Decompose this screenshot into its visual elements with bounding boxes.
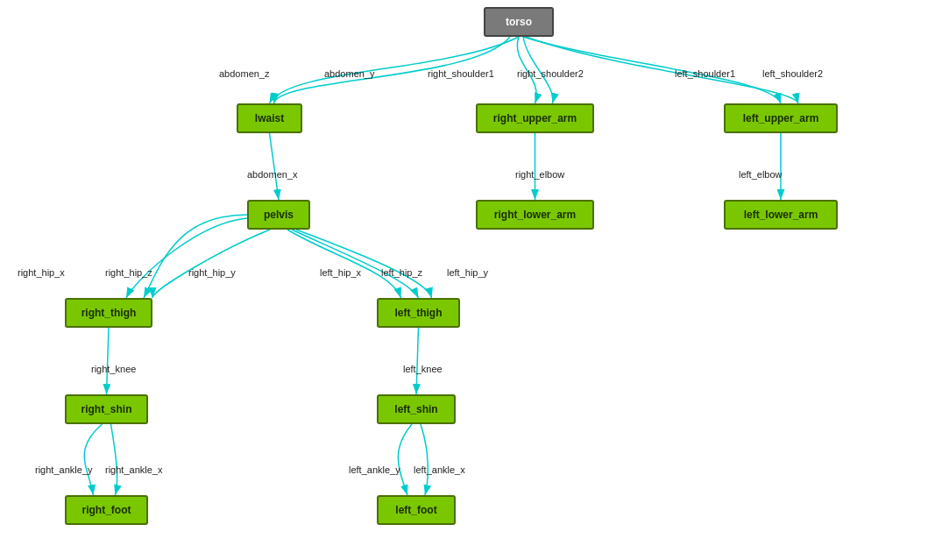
edge-label-5: left_shoulder2 (762, 68, 823, 79)
edge-label-10: right_hip_z (105, 267, 152, 278)
node-left_foot: left_foot (377, 495, 456, 525)
node-left_lower_arm: left_lower_arm (724, 200, 838, 230)
node-right_upper_arm: right_upper_arm (476, 103, 594, 133)
edge-label-17: right_ankle_y (35, 464, 92, 475)
node-right_shin: right_shin (65, 394, 148, 424)
node-left_upper_arm: left_upper_arm (724, 103, 838, 133)
node-left_thigh: left_thigh (377, 298, 460, 328)
edge-label-7: right_elbow (515, 169, 564, 180)
edge-label-18: right_ankle_x (105, 464, 162, 475)
edge-label-19: left_ankle_y (349, 464, 400, 475)
edge-label-20: left_ankle_x (414, 464, 465, 475)
node-left_shin: left_shin (377, 394, 456, 424)
edge-label-0: abdomen_z (219, 68, 270, 79)
edge-label-12: left_hip_x (320, 267, 361, 278)
edge-label-8: left_elbow (739, 169, 783, 180)
edge-label-16: left_knee (403, 364, 443, 374)
edge-label-14: left_hip_y (447, 267, 488, 278)
node-right_thigh: right_thigh (65, 298, 152, 328)
graph-container: torsolwaistright_upper_armleft_upper_arm… (0, 0, 942, 560)
edge-label-13: left_hip_z (381, 267, 422, 278)
node-lwaist: lwaist (237, 103, 302, 133)
edge-label-11: right_hip_y (188, 267, 236, 278)
edge-label-1: abdomen_y (324, 68, 375, 79)
node-right_lower_arm: right_lower_arm (476, 200, 594, 230)
edge-label-6: abdomen_x (247, 169, 298, 180)
node-right_foot: right_foot (65, 495, 148, 525)
edge-label-9: right_hip_x (18, 267, 65, 278)
arrows-svg (0, 0, 942, 560)
edge-label-4: left_shoulder1 (675, 68, 735, 79)
edge-label-2: right_shoulder1 (428, 68, 494, 79)
edge-label-15: right_knee (91, 364, 136, 374)
edge-label-3: right_shoulder2 (517, 68, 584, 79)
node-pelvis: pelvis (247, 200, 310, 230)
node-torso: torso (484, 7, 554, 37)
